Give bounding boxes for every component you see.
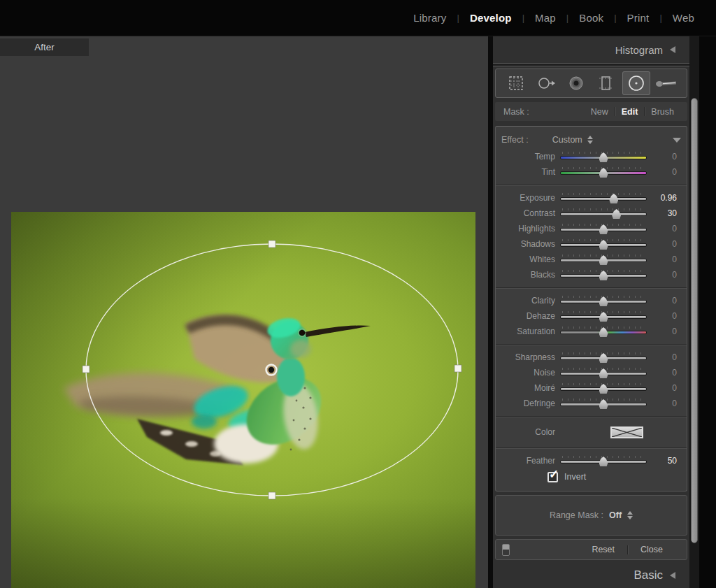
slider-label: Noise — [501, 368, 560, 378]
slider-ticks — [562, 208, 645, 210]
slider-value: 30 — [647, 208, 681, 218]
radial-handle-bottom[interactable] — [268, 492, 275, 499]
mask-edit-button[interactable]: Edit — [615, 107, 645, 117]
slider-knob[interactable] — [599, 152, 608, 162]
slider-knob[interactable] — [599, 255, 608, 265]
graduated-filter-tool-icon[interactable] — [592, 71, 620, 95]
mask-label: Mask : — [503, 107, 529, 117]
slider-row-dehaze: Dehaze0 — [501, 308, 681, 324]
mask-brush-button[interactable]: Brush — [645, 107, 680, 117]
slider-knob[interactable] — [599, 368, 608, 378]
group-separator — [496, 344, 687, 345]
radial-filter-options: Effect : Custom Temp0Tint0Exposure0.96Co… — [495, 126, 687, 492]
slider-value: 0 — [647, 352, 681, 362]
crop-overlay-tool-icon[interactable] — [502, 71, 530, 95]
spot-removal-tool-icon[interactable] — [532, 71, 560, 95]
noise-slider[interactable] — [560, 367, 647, 378]
module-tab-print[interactable]: Print — [627, 12, 650, 24]
slider-row-noise: Noise0 — [501, 365, 681, 380]
slider-value: 0.96 — [647, 193, 681, 203]
radial-center-pin[interactable] — [266, 365, 277, 375]
close-button[interactable]: Close — [635, 545, 668, 554]
slider-knob[interactable] — [599, 224, 608, 234]
slider-knob[interactable] — [609, 194, 618, 203]
color-row: Color — [501, 422, 681, 443]
slider-knob[interactable] — [599, 384, 608, 394]
red-eye-correction-tool-icon[interactable] — [562, 71, 590, 95]
slider-label: Highlights — [501, 224, 560, 234]
whites-slider[interactable] — [560, 254, 647, 265]
color-swatch[interactable] — [610, 426, 643, 438]
radial-filter-tool-icon[interactable] — [622, 71, 650, 95]
scrollbar-thumb[interactable] — [691, 98, 698, 543]
slider-row-temp: Temp0 — [501, 149, 681, 164]
panel-disclosure-icon[interactable] — [673, 138, 681, 143]
reset-button[interactable]: Reset — [586, 545, 620, 554]
slider-label: Feather — [501, 456, 560, 466]
tint-slider[interactable] — [560, 166, 647, 178]
clarity-slider[interactable] — [560, 295, 647, 306]
temp-slider[interactable] — [560, 151, 647, 162]
contrast-slider[interactable] — [560, 208, 647, 219]
saturation-slider[interactable] — [560, 326, 647, 337]
feather-slider[interactable] — [560, 455, 647, 466]
sharpness-slider[interactable] — [560, 352, 647, 363]
moiré-slider[interactable] — [560, 382, 647, 394]
slider-label: Tint — [501, 167, 560, 177]
photo[interactable] — [11, 212, 475, 588]
module-tab-book[interactable]: Book — [579, 12, 603, 24]
mask-row: Mask : NewEditBrush — [495, 102, 687, 121]
lightroom-window: Library|Develop|Map|Book|Print|Web After — [0, 0, 716, 588]
exposure-slider[interactable] — [560, 192, 647, 203]
slider-knob[interactable] — [612, 209, 621, 219]
slider-knob[interactable] — [599, 271, 608, 280]
slider-knob[interactable] — [599, 296, 608, 306]
defringe-slider[interactable] — [560, 398, 647, 409]
mask-new-button[interactable]: New — [585, 107, 615, 117]
slider-label: Moiré — [501, 383, 560, 393]
updown-icon — [627, 511, 633, 519]
slider-knob[interactable] — [599, 457, 608, 466]
dehaze-slider[interactable] — [560, 310, 647, 322]
range-mask-value[interactable]: Off — [609, 510, 622, 520]
slider-label: Exposure — [501, 193, 560, 203]
after-label: After — [0, 38, 89, 56]
group-separator — [496, 185, 687, 185]
module-tab-library[interactable]: Library — [413, 12, 446, 24]
panel-separator — [493, 63, 689, 66]
group-separator — [496, 447, 687, 448]
slider-knob[interactable] — [599, 353, 608, 363]
slider-knob[interactable] — [599, 168, 608, 178]
group-separator — [496, 416, 687, 417]
slider-row-blacks: Blacks0 — [501, 267, 681, 282]
collapse-left-icon — [670, 572, 675, 579]
panel-switch-icon[interactable] — [502, 544, 510, 556]
slider-knob[interactable] — [599, 327, 608, 337]
slider-knob[interactable] — [599, 240, 608, 250]
histogram-panel-header[interactable]: Histogram — [493, 36, 689, 63]
tool-footer: Reset Close — [495, 539, 687, 560]
toolstrip — [495, 69, 687, 98]
footer-divider — [627, 545, 628, 554]
slider-value: 0 — [647, 327, 681, 336]
basic-panel-header[interactable]: Basic — [493, 563, 689, 588]
blacks-slider[interactable] — [560, 269, 647, 280]
slider-row-defringe: Defringe0 — [501, 396, 681, 411]
slider-knob[interactable] — [599, 312, 608, 322]
invert-checkbox[interactable]: ✓ — [547, 472, 558, 482]
module-tab-develop[interactable]: Develop — [470, 12, 512, 24]
slider-row-feather: Feather50 — [501, 453, 681, 468]
adjustment-brush-tool-icon[interactable] — [652, 71, 680, 95]
slider-row-tint: Tint0 — [501, 164, 681, 180]
highlights-slider[interactable] — [560, 223, 647, 234]
nav-divider: | — [659, 13, 661, 23]
radial-handle-right[interactable] — [454, 365, 461, 372]
module-tab-map[interactable]: Map — [535, 12, 556, 24]
module-tab-web[interactable]: Web — [673, 12, 694, 24]
shadows-slider[interactable] — [560, 238, 647, 250]
effect-preset-dropdown[interactable]: Custom — [552, 135, 593, 145]
radial-handle-left[interactable] — [83, 366, 90, 373]
radial-handle-top[interactable] — [268, 241, 275, 248]
group-separator — [496, 287, 687, 288]
slider-knob[interactable] — [599, 399, 608, 409]
